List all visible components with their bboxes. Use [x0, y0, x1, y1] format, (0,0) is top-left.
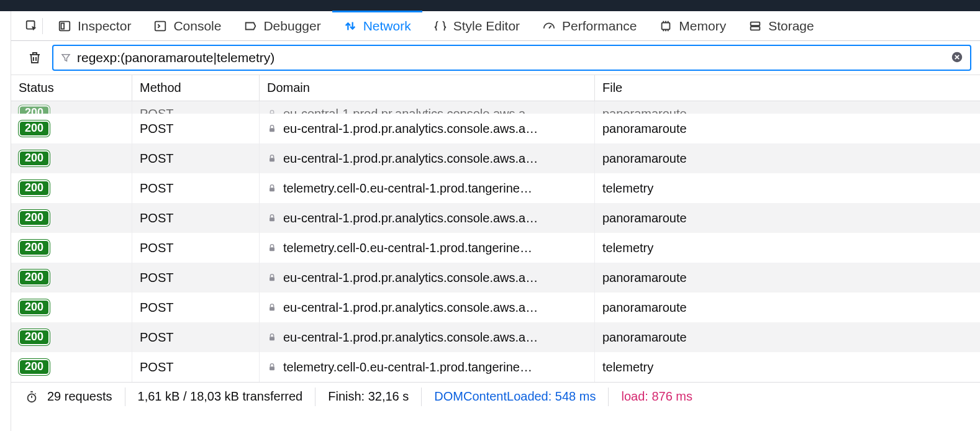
table-row[interactable]: 200POSTeu-central-1.prod.pr.analytics.co…: [11, 101, 980, 114]
cell-file: panoramaroute: [595, 293, 980, 322]
cell-method: POST: [132, 293, 260, 322]
svg-rect-15: [270, 307, 274, 311]
table-header: Status Method Domain File: [11, 75, 980, 101]
cell-domain: eu-central-1.prod.pr.analytics.console.a…: [260, 143, 595, 173]
status-badge: 200: [19, 210, 50, 227]
cell-method: POST: [132, 322, 260, 352]
network-toolbar: [11, 41, 980, 75]
status-badge: 200: [19, 150, 50, 167]
tab-label: Style Editor: [453, 19, 520, 34]
tab-label: Debugger: [263, 19, 320, 34]
footer-domcontentloaded: DOMContentLoaded: 548 ms: [421, 388, 608, 406]
cell-domain: telemetry.cell-0.eu-central-1.prod.tange…: [260, 233, 595, 263]
filter-input[interactable]: [72, 50, 950, 65]
storage-icon: [748, 19, 762, 33]
table-row[interactable]: 200POSTtelemetry.cell-0.eu-central-1.pro…: [11, 352, 980, 382]
cell-status: 200: [11, 203, 132, 233]
cell-method: POST: [132, 173, 260, 203]
lock-icon: [267, 183, 277, 193]
network-icon: [343, 19, 357, 33]
cell-file: panoramaroute: [595, 322, 980, 352]
devtools-tabs: Inspector Console Debugger Network Style…: [11, 11, 980, 41]
tab-label: Console: [173, 19, 221, 34]
tab-debugger[interactable]: Debugger: [232, 11, 332, 40]
cell-file: panoramaroute: [595, 263, 980, 293]
cell-file: panoramaroute: [595, 114, 980, 143]
cell-method: POST: [132, 263, 260, 293]
table-row[interactable]: 200POSTeu-central-1.prod.pr.analytics.co…: [11, 143, 980, 173]
table-row[interactable]: 200POSTtelemetry.cell-0.eu-central-1.pro…: [11, 233, 980, 263]
cell-method: POST: [132, 143, 260, 173]
status-badge: 200: [19, 240, 50, 256]
table-row[interactable]: 200POSTeu-central-1.prod.pr.analytics.co…: [11, 203, 980, 233]
lock-icon: [267, 273, 277, 283]
element-picker-button[interactable]: [25, 19, 39, 33]
col-method[interactable]: Method: [132, 75, 260, 101]
tab-inspector[interactable]: Inspector: [47, 11, 142, 40]
svg-rect-6: [751, 26, 760, 29]
status-badge: 200: [19, 299, 50, 316]
lock-icon: [267, 243, 277, 253]
cell-file: panoramaroute: [595, 101, 980, 114]
svg-rect-2: [61, 23, 65, 29]
status-badge: 200: [19, 359, 50, 376]
cell-domain: eu-central-1.prod.pr.analytics.console.a…: [260, 114, 595, 143]
svg-rect-13: [270, 247, 274, 251]
col-status[interactable]: Status: [11, 75, 132, 101]
background-page-sliver: [0, 11, 11, 411]
performance-icon: [542, 19, 556, 33]
tab-style-editor[interactable]: Style Editor: [422, 11, 531, 40]
cell-method: POST: [132, 352, 260, 382]
cell-file: telemetry: [595, 352, 980, 382]
status-badge: 200: [19, 329, 50, 346]
cell-domain: eu-central-1.prod.pr.analytics.console.a…: [260, 263, 595, 293]
tab-storage[interactable]: Storage: [737, 11, 825, 40]
svg-rect-10: [270, 158, 274, 161]
svg-point-18: [28, 394, 36, 402]
table-row[interactable]: 200POSTeu-central-1.prod.pr.analytics.co…: [11, 322, 980, 352]
tab-performance[interactable]: Performance: [531, 11, 648, 40]
table-row[interactable]: 200POSTeu-central-1.prod.pr.analytics.co…: [11, 114, 980, 143]
table-row[interactable]: 200POSTeu-central-1.prod.pr.analytics.co…: [11, 263, 980, 293]
status-badge: 200: [19, 180, 50, 197]
cell-status: 200: [11, 293, 132, 322]
cell-status: 200: [11, 322, 132, 352]
col-domain[interactable]: Domain: [260, 75, 595, 101]
lock-icon: [267, 362, 277, 372]
lock-icon: [267, 109, 277, 114]
requests-table: Status Method Domain File 200POSTeu-cent…: [11, 75, 980, 382]
cell-status: 200: [11, 143, 132, 173]
cell-domain: eu-central-1.prod.pr.analytics.console.a…: [260, 203, 595, 233]
lock-icon: [267, 124, 277, 134]
cell-domain: telemetry.cell-0.eu-central-1.prod.tange…: [260, 173, 595, 203]
footer-finish: Finish: 32,16 s: [315, 388, 421, 406]
cell-status: 200: [11, 352, 132, 382]
cell-file: panoramaroute: [595, 143, 980, 173]
lock-icon: [267, 153, 277, 163]
svg-rect-12: [270, 217, 274, 221]
table-row[interactable]: 200POSTeu-central-1.prod.pr.analytics.co…: [11, 293, 980, 322]
style-editor-icon: [433, 19, 447, 33]
clear-filter-button[interactable]: [950, 50, 965, 65]
divider: [42, 18, 43, 34]
col-file[interactable]: File: [595, 75, 980, 101]
footer-transferred: 1,61 kB / 18,03 kB transferred: [125, 388, 315, 406]
cell-domain: telemetry.cell-0.eu-central-1.prod.tange…: [260, 352, 595, 382]
tab-memory[interactable]: Memory: [648, 11, 737, 40]
cell-method: POST: [132, 114, 260, 143]
tab-label: Performance: [562, 19, 637, 34]
window-chrome-top: [0, 0, 980, 11]
svg-rect-11: [270, 188, 274, 191]
lock-icon: [267, 213, 277, 223]
tab-console[interactable]: Console: [142, 11, 232, 40]
clear-requests-button[interactable]: [25, 48, 45, 68]
cell-status: 200: [11, 233, 132, 263]
cell-status: 200: [11, 101, 132, 114]
stopwatch-icon: [25, 390, 39, 404]
tab-network[interactable]: Network: [332, 11, 422, 40]
svg-rect-4: [662, 22, 670, 29]
cell-domain: eu-central-1.prod.pr.analytics.console.a…: [260, 322, 595, 352]
table-row[interactable]: 200POSTtelemetry.cell-0.eu-central-1.pro…: [11, 173, 980, 203]
svg-rect-14: [270, 277, 274, 281]
svg-rect-16: [270, 337, 274, 340]
